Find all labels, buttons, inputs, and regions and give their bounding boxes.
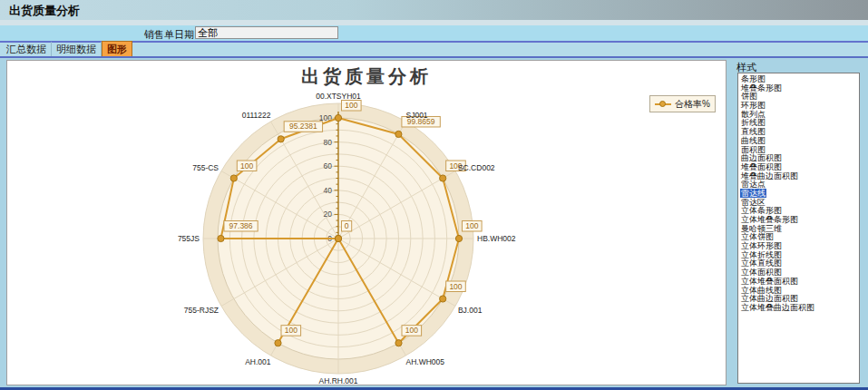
svg-text:95.2381: 95.2381 [289,122,317,131]
sales-date-input[interactable] [195,26,338,39]
svg-text:20: 20 [324,210,333,219]
data-point [440,296,446,302]
svg-text:100: 100 [465,221,478,230]
data-point [218,235,224,241]
data-point [395,340,402,346]
chart-legend: 合格率% [649,95,716,112]
svg-text:60: 60 [324,161,333,171]
filter-row: 销售单日期 [0,25,868,41]
svg-text:100: 100 [285,326,297,335]
svg-text:0: 0 [345,221,349,230]
data-point [335,235,341,241]
category-label: 0111222 [242,111,271,120]
data-point [335,114,341,121]
svg-text:100: 100 [345,101,357,110]
radar-chart: 02040608010010099.8659100100100100010097… [7,61,726,385]
category-label: BJ.001 [458,306,483,315]
svg-text:80: 80 [324,138,333,147]
app-window: 出货质量分析 销售单日期 汇总数据 明细数据 图形 02040608010010… [0,0,868,390]
sales-date-label: 销售单日期 [144,28,194,42]
svg-text:100: 100 [449,282,462,291]
chart-panel: 02040608010010099.8659100100100100010097… [6,60,727,385]
data-point [230,175,237,181]
data-point [440,175,446,181]
category-label: 755JS [178,234,200,243]
category-label: AH.WH005 [406,357,445,366]
window-title-bar: 出货质量分析 [0,0,868,20]
category-label: HB.WH002 [477,234,516,243]
svg-text:40: 40 [324,186,333,195]
data-point [395,131,402,137]
tab-detail-data[interactable]: 明细数据 [52,42,102,57]
svg-text:100: 100 [240,161,253,171]
category-label: SC.CD002 [458,163,495,172]
page-title: 出货质量分析 [9,3,80,19]
category-label: 755-CS [192,163,219,172]
tab-bar: 汇总数据 明细数据 图形 [0,43,868,56]
chart-title: 出货质量分析 [7,64,726,89]
data-point [278,136,284,142]
svg-text:97.386: 97.386 [229,221,253,230]
category-label: AH.001 [245,357,271,366]
content-area: 02040608010010099.8659100100100100010097… [0,56,868,390]
category-label: 00.XTSYH01 [316,92,361,101]
legend-label: 合格率% [675,98,710,111]
category-label: SJ001 [406,111,428,120]
legend-marker-icon [655,100,671,108]
svg-text:100: 100 [405,326,418,335]
tab-summary-data[interactable]: 汇总数据 [2,42,52,57]
style-listbox[interactable]: 条形图堆叠条形图饼图环形图散列点折线图直线图曲线图面积图曲边面积图堆叠面积图堆叠… [737,73,860,384]
data-point [455,235,462,241]
category-label: 755-RJSZ [184,306,219,315]
category-label: AH.RH.001 [319,376,358,385]
data-point [275,340,281,346]
style-option[interactable]: 立体堆叠曲边面积图 [740,304,859,313]
